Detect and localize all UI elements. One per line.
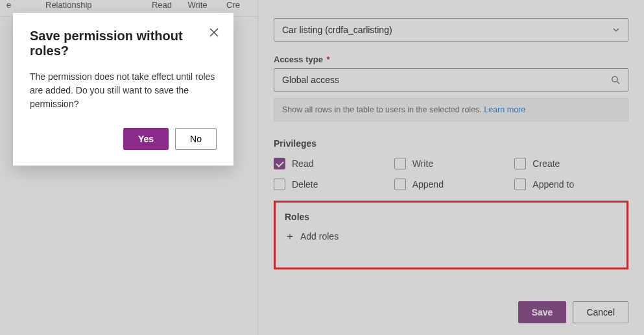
learn-more-link[interactable]: Learn more	[484, 105, 525, 114]
privilege-read[interactable]: Read	[274, 158, 388, 169]
yes-button[interactable]: Yes	[123, 128, 169, 150]
roles-section-highlighted: Roles ＋ Add roles	[274, 201, 628, 269]
checkbox-icon	[274, 158, 285, 169]
search-icon	[611, 75, 620, 84]
access-type-value: Global access	[282, 75, 339, 85]
chevron-down-icon	[612, 26, 620, 34]
privileges-heading: Privileges	[274, 138, 628, 149]
privilege-write[interactable]: Write	[394, 158, 508, 169]
col-read: Read	[144, 0, 180, 10]
checkbox-icon	[514, 158, 526, 169]
checkbox-icon	[394, 158, 406, 169]
access-type-field[interactable]: Global access	[274, 68, 628, 92]
table-dropdown[interactable]: Car listing (crdfa_carlisting)	[274, 18, 628, 42]
dialog-actions: Yes No	[30, 128, 217, 150]
svg-line-1	[617, 81, 619, 84]
checkbox-icon	[274, 179, 285, 190]
col-write: Write	[180, 0, 215, 10]
privilege-create[interactable]: Create	[514, 158, 628, 169]
privilege-append[interactable]: Append	[394, 179, 508, 190]
required-indicator: *	[327, 55, 330, 64]
dialog-title: Save permission without roles?	[30, 29, 217, 58]
add-roles-button[interactable]: ＋ Add roles	[285, 231, 617, 242]
privilege-append-to[interactable]: Append to	[514, 179, 628, 190]
cancel-button[interactable]: Cancel	[573, 301, 628, 323]
svg-point-0	[612, 77, 617, 82]
checkbox-icon	[394, 179, 406, 190]
close-button[interactable]	[208, 27, 221, 40]
form-footer-actions: Save Cancel	[274, 288, 628, 323]
roles-heading: Roles	[285, 212, 617, 222]
close-icon	[209, 28, 219, 40]
access-type-description: Show all rows in the table to users in t…	[274, 98, 628, 121]
privileges-grid: Read Write Create Delete Append Append t…	[274, 158, 628, 190]
col-create: Cre	[215, 0, 251, 10]
privilege-delete[interactable]: Delete	[274, 179, 388, 190]
checkbox-icon	[514, 179, 526, 190]
col-relationship: Relationship	[45, 0, 144, 10]
confirmation-dialog: Save permission without roles? The permi…	[13, 13, 233, 166]
no-button[interactable]: No	[175, 128, 217, 150]
col-name: e	[6, 0, 45, 10]
plus-icon: ＋	[285, 231, 295, 242]
permission-form-panel: Car listing (crdfa_carlisting) Access ty…	[258, 0, 644, 335]
access-type-label: Access type *	[274, 55, 628, 64]
table-dropdown-value: Car listing (crdfa_carlisting)	[282, 25, 392, 35]
dialog-body: The permission does not take effect unti…	[30, 70, 217, 111]
save-button[interactable]: Save	[518, 301, 567, 323]
